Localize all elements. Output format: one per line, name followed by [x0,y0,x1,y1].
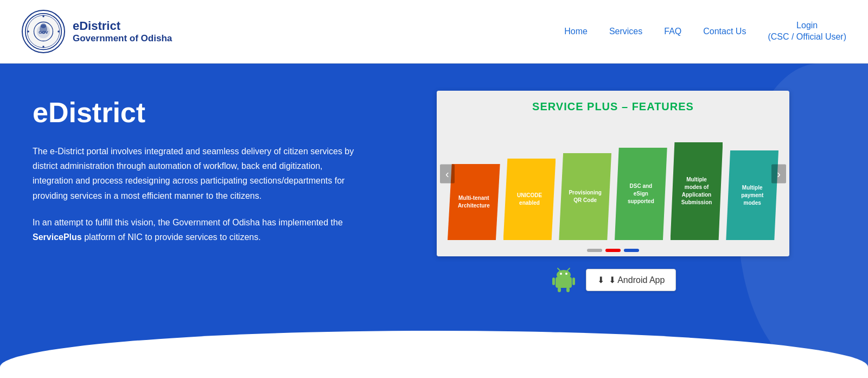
android-row: ⬇ ⬇ Android App [550,266,676,293]
carousel-next-button[interactable]: › [771,164,786,183]
feature-label-0: Multi-tenant Architecture [455,192,493,212]
svg-point-14 [565,273,567,275]
hero-right-area: ‹ SERVICE PLUS – FEATURES Multi-tenant A… [391,91,835,293]
logo-subtitle: Government of Odisha [73,33,172,44]
carousel-dot-1 [587,249,602,252]
svg-point-12 [557,270,571,280]
carousel-prev-button[interactable]: ‹ [440,164,455,183]
card-title: SERVICE PLUS – FEATURES [532,100,694,112]
hero-section: eDistrict The e-District portal involves… [0,64,868,373]
feature-label-5: Multiple payment modes [738,182,767,209]
carousel-dot-2 [605,249,621,252]
features-arrows: Multi-tenant ArchitectureUNICODE enabled… [448,131,778,240]
svg-point-6 [42,46,44,48]
feature-chevron-4: Multiple modes of Application Submission [671,142,723,240]
feature-chevron-3: DSC and eSign supported [615,148,667,240]
logo-title: eDistrict [73,19,172,33]
feature-chevron-0: Multi-tenant Architecture [448,164,500,240]
feature-label-3: DSC and eSign supported [624,180,658,207]
feature-chevron-1: UNICODE enabled [503,159,556,240]
android-icon [550,266,577,293]
android-app-label: ⬇ Android App [609,275,665,285]
feature-chevron-2: Provisioning QR Code [559,153,611,240]
svg-point-7 [27,30,29,33]
svg-rect-17 [552,278,555,285]
service-plus-card: ‹ SERVICE PLUS – FEATURES Multi-tenant A… [437,91,789,256]
hero-description-1: The e-District portal involves integrate… [33,144,358,203]
logo-emblem: GOV [22,10,65,53]
svg-point-10 [41,23,47,28]
nav-contact[interactable]: Contact Us [703,27,746,36]
svg-point-5 [42,15,44,17]
feature-label-4: Multiple modes of Application Submission [678,174,716,209]
site-header: GOV eDistrict Government of Odisha Home … [0,0,868,64]
svg-line-16 [567,268,570,270]
hero-content: eDistrict The e-District portal involves… [33,91,835,293]
main-nav: Home Services FAQ Contact Us Login (CSC … [564,20,846,43]
feature-label-1: UNICODE enabled [514,190,545,209]
svg-point-8 [58,30,60,33]
feature-chevron-5: Multiple payment modes [726,150,778,240]
svg-rect-19 [558,287,561,292]
logo-area: GOV eDistrict Government of Odisha [22,10,174,53]
carousel-dot-3 [624,249,639,252]
svg-point-13 [560,273,562,275]
download-icon: ⬇ [597,275,604,285]
carousel-nav [587,249,639,252]
nav-services[interactable]: Services [609,27,642,36]
nav-login[interactable]: Login (CSC / Official User) [768,20,846,43]
hero-title: eDistrict [33,96,358,129]
feature-label-2: Provisioning QR Code [565,187,605,206]
nav-faq[interactable]: FAQ [664,27,681,36]
svg-line-15 [558,268,560,270]
svg-rect-18 [572,278,575,285]
android-app-button[interactable]: ⬇ ⬇ Android App [586,269,676,291]
hero-text-area: eDistrict The e-District portal involves… [33,91,358,244]
nav-home[interactable]: Home [564,27,588,36]
ecertificates-section: e-Certificates [0,373,868,378]
hero-description-2: In an attempt to fulfill this vision, th… [33,215,358,244]
logo-text: eDistrict Government of Odisha [73,19,172,44]
card-title-area: SERVICE PLUS – FEATURES [437,100,789,113]
svg-rect-20 [566,287,570,292]
